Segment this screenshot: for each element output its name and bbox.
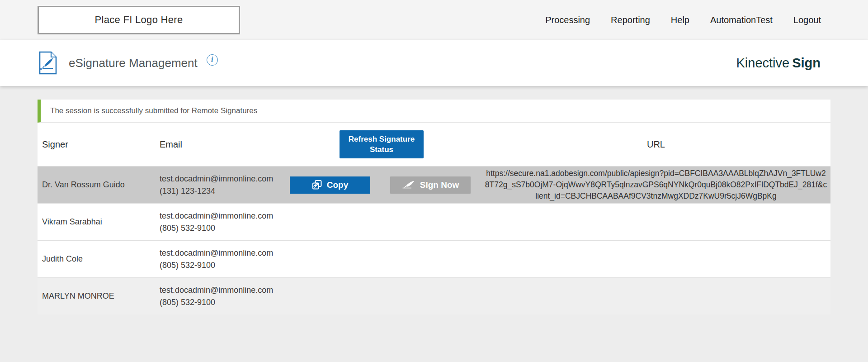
fi-logo-placeholder: Place FI Logo Here	[38, 6, 240, 34]
column-header-url: URL	[481, 139, 830, 150]
refresh-signature-status-button[interactable]: Refresh Signature Status	[340, 130, 424, 158]
signer-email: test.docadmin@immonline.com	[160, 174, 273, 183]
table-row: Vikram Sarabhai test.docadmin@immonline.…	[38, 203, 830, 240]
svg-text:x: x	[40, 67, 42, 71]
quill-icon	[402, 181, 415, 189]
esignature-session-card: The session is successfully submitted fo…	[38, 100, 830, 314]
brand-name: Kinective	[736, 56, 789, 70]
signers-table-body: Dr. Van Rossum Guido test.docadmin@immon…	[38, 166, 830, 314]
signer-contact: test.docadmin@immonline.com (805) 532-91…	[160, 210, 274, 234]
brand-logo: KinectiveSign	[736, 56, 821, 71]
fi-logo-placeholder-text: Place FI Logo Here	[95, 14, 183, 26]
column-header-signer: Signer	[38, 139, 160, 150]
signer-name: MARLYN MONROE	[38, 291, 160, 301]
column-header-email: Email	[160, 139, 290, 150]
signer-contact: test.docadmin@immonline.com (805) 532-91…	[160, 284, 274, 309]
signer-phone: (805) 532-9100	[160, 296, 274, 309]
url-cell: https://secure.na1.adobesign.com/public/…	[481, 168, 830, 202]
table-row: Dr. Van Rossum Guido test.docadmin@immon…	[38, 166, 830, 203]
signer-name: Judith Cole	[38, 254, 160, 264]
signer-name: Dr. Van Rossum Guido	[38, 180, 160, 190]
nav-item-processing[interactable]: Processing	[545, 15, 590, 25]
signer-phone: (805) 532-9100	[160, 222, 274, 234]
page-header: x eSignature Management i KinectiveSign	[0, 40, 868, 86]
success-alert: The session is successfully submitted fo…	[38, 100, 830, 123]
signer-contact: test.docadmin@immonline.com (131) 123-12…	[160, 173, 274, 197]
document-signature-icon: x	[39, 51, 57, 75]
copy-link-icon	[312, 180, 322, 190]
refresh-signature-status-label: Refresh Signature Status	[348, 134, 415, 155]
signer-name: Vikram Sarabhai	[38, 217, 160, 227]
copy-url-button[interactable]: Copy	[290, 176, 370, 194]
row-actions: Copy Sign Now	[290, 176, 481, 194]
signer-phone: (805) 532-9100	[160, 259, 274, 272]
signer-email: test.docadmin@immonline.com	[160, 248, 273, 257]
table-row: Judith Cole test.docadmin@immonline.com …	[38, 240, 830, 277]
page-title: eSignature Management	[69, 56, 198, 70]
nav-item-help[interactable]: Help	[671, 15, 689, 25]
top-nav-bar: Place FI Logo Here Processing Reporting …	[0, 0, 868, 40]
signers-table-header: Signer Email Refresh Signature Status UR…	[38, 123, 830, 166]
signer-email: test.docadmin@immonline.com	[160, 211, 273, 220]
nav-item-reporting[interactable]: Reporting	[611, 15, 650, 25]
signer-url: https://secure.na1.adobesign.com/public/…	[484, 168, 828, 202]
main-nav: Processing Reporting Help AutomationTest…	[545, 15, 821, 25]
info-icon[interactable]: i	[207, 54, 218, 66]
table-row: MARLYN MONROE test.docadmin@immonline.co…	[38, 277, 830, 314]
success-alert-message: The session is successfully submitted fo…	[50, 106, 257, 115]
nav-item-automationtest[interactable]: AutomationTest	[710, 15, 773, 25]
signer-email: test.docadmin@immonline.com	[160, 286, 273, 295]
sign-now-button-label: Sign Now	[420, 180, 459, 190]
signer-contact: test.docadmin@immonline.com (805) 532-91…	[160, 247, 274, 272]
sign-now-button[interactable]: Sign Now	[390, 176, 471, 194]
signer-phone: (131) 123-1234	[160, 185, 274, 197]
brand-product: Sign	[792, 56, 821, 70]
nav-item-logout[interactable]: Logout	[793, 15, 821, 25]
copy-button-label: Copy	[327, 180, 349, 190]
